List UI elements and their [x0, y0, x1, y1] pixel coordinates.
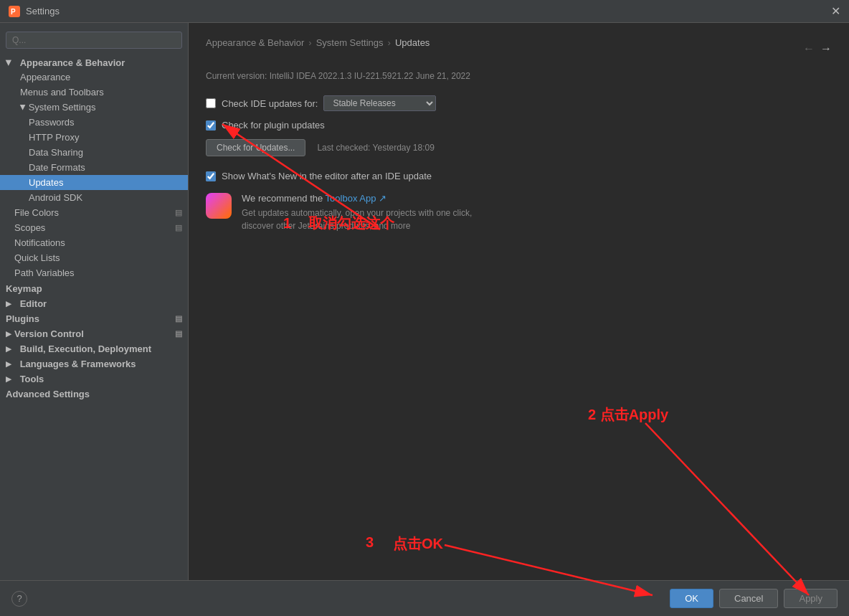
sidebar-item-tools[interactable]: ▶ Tools: [0, 371, 188, 386]
sidebar-item-keymap[interactable]: Keymap: [0, 280, 188, 295]
sidebar-item-label: Date Formats: [29, 162, 85, 173]
sidebar-item-label: Scopes: [14, 222, 45, 233]
sidebar-item-label: System Settings: [29, 102, 96, 113]
breadcrumb-sep1: ›: [308, 37, 311, 48]
update-channel-dropdown[interactable]: Stable Releases Early Access Program Bet…: [323, 95, 436, 111]
apply-button[interactable]: Apply: [784, 589, 838, 608]
sidebar-item-label: Appearance: [20, 72, 70, 82]
check-plugin-updates-label: Check for plugin updates: [222, 120, 325, 131]
sidebar-item-label: HTTP Proxy: [29, 132, 80, 143]
sidebar-item-http-proxy[interactable]: HTTP Proxy: [0, 130, 188, 145]
toolbox-title: We recommend the Toolbox App ↗: [242, 193, 472, 204]
expand-icon: ▶: [6, 345, 11, 353]
sidebar-item-label: Build, Execution, Deployment: [20, 343, 151, 354]
sidebar-item-file-colors[interactable]: File Colors ▤: [0, 205, 188, 220]
sidebar-item-label: Menus and Toolbars: [20, 87, 104, 98]
sidebar-item-label: Notifications: [14, 237, 65, 248]
help-button[interactable]: ?: [11, 591, 27, 607]
sidebar-item-label: File Colors: [14, 207, 59, 218]
toolbox-link[interactable]: Toolbox App ↗: [326, 193, 386, 204]
cancel-button[interactable]: Cancel: [719, 589, 778, 608]
sidebar-item-label: Quick Lists: [14, 252, 60, 263]
sidebar-item-version-control[interactable]: ▶ Version Control ▤: [0, 326, 188, 341]
check-plugin-updates-checkbox[interactable]: [206, 120, 216, 131]
sidebar-item-editor[interactable]: ▶ Editor: [0, 295, 188, 311]
sidebar-item-label: Data Sharing: [29, 147, 83, 158]
sidebar-item-date-formats[interactable]: Date Formats: [0, 160, 188, 175]
sidebar-item-quick-lists[interactable]: Quick Lists: [0, 250, 188, 265]
version-info: Current version: IntelliJ IDEA 2022.1.3 …: [206, 71, 832, 81]
close-button[interactable]: ✕: [831, 6, 840, 17]
sidebar-section-label: Appearance & Behavior: [20, 57, 125, 68]
sidebar-item-label: Path Variables: [14, 267, 75, 278]
sidebar-item-path-variables[interactable]: Path Variables: [0, 265, 188, 280]
expand-icon: ▶: [6, 300, 11, 308]
sidebar-item-appearance[interactable]: Appearance: [0, 70, 188, 85]
last-checked-text: Last checked: Yesterday 18:09: [317, 143, 434, 153]
sidebar-item-label: Passwords: [29, 117, 75, 128]
sidebar-item-advanced-settings[interactable]: Advanced Settings: [0, 386, 188, 401]
sidebar-item-passwords[interactable]: Passwords: [0, 115, 188, 130]
badge-icon: ▤: [175, 223, 182, 232]
sidebar-item-scopes[interactable]: Scopes ▤: [0, 220, 188, 235]
expand-icon: ▶: [19, 105, 27, 110]
breadcrumb-sep2: ›: [388, 37, 391, 48]
expand-icon: ▶: [6, 330, 11, 338]
whats-new-checkbox[interactable]: [206, 171, 216, 181]
sidebar-item-label: Keymap: [6, 283, 42, 294]
svg-text:P: P: [11, 8, 16, 16]
check-updates-row: Check for Updates... Last checked: Yeste…: [206, 139, 832, 156]
bottom-bar: ? OK Cancel Apply: [0, 580, 849, 616]
sidebar-item-notifications[interactable]: Notifications: [0, 235, 188, 250]
app-icon: P: [9, 6, 20, 17]
expand-icon: ▶: [5, 60, 13, 66]
sidebar-item-label: Languages & Frameworks: [20, 359, 136, 369]
toolbox-title-prefix: We recommend the: [242, 193, 326, 204]
breadcrumb-part3: Updates: [395, 37, 430, 48]
ok-button[interactable]: OK: [670, 589, 713, 608]
nav-back-button[interactable]: ←: [803, 42, 815, 55]
sidebar-item-label: Android SDK: [29, 192, 82, 203]
sidebar-item-label: Editor: [20, 298, 47, 309]
expand-icon: ▶: [6, 360, 11, 368]
check-ide-updates-label: Check IDE updates for:: [222, 98, 318, 109]
badge-icon: ▤: [175, 329, 182, 338]
sidebar-item-plugins[interactable]: Plugins ▤: [0, 311, 188, 326]
sidebar-item-menus-toolbars[interactable]: Menus and Toolbars: [0, 85, 188, 100]
sidebar-item-build[interactable]: ▶ Build, Execution, Deployment: [0, 341, 188, 356]
badge-icon: ▤: [175, 314, 182, 323]
breadcrumb: Appearance & Behavior › System Settings …: [206, 37, 430, 48]
check-ide-updates-row: Check IDE updates for: Stable Releases E…: [206, 95, 832, 111]
search-input[interactable]: [6, 32, 182, 49]
breadcrumb-part2: System Settings: [316, 37, 384, 48]
content-area: Appearance & Behavior › System Settings …: [189, 23, 849, 580]
check-updates-button[interactable]: Check for Updates...: [206, 139, 305, 156]
sidebar-section-appearance-behavior[interactable]: ▶ Appearance & Behavior: [0, 55, 188, 70]
expand-icon: ▶: [6, 375, 11, 383]
toolbox-desc: Get updates automatically, open your pro…: [242, 207, 472, 232]
sidebar-item-system-settings[interactable]: ▶ System Settings: [0, 100, 188, 115]
sidebar-item-languages[interactable]: ▶ Languages & Frameworks: [0, 356, 188, 371]
title-bar: P Settings ✕: [0, 0, 849, 23]
check-plugin-updates-row: Check for plugin updates: [206, 120, 832, 131]
sidebar-item-label: Plugins: [6, 313, 39, 324]
sidebar-item-updates[interactable]: Updates: [0, 175, 188, 190]
window-title: Settings: [26, 6, 60, 16]
toolbox-text: We recommend the Toolbox App ↗ Get updat…: [242, 193, 472, 232]
toolbox-icon: [206, 193, 232, 219]
sidebar-item-label: Tools: [20, 374, 44, 384]
sidebar-item-android-sdk[interactable]: Android SDK: [0, 190, 188, 205]
check-ide-updates-checkbox[interactable]: [206, 98, 216, 108]
nav-forward-button[interactable]: →: [820, 42, 832, 55]
sidebar-item-label: Advanced Settings: [6, 389, 90, 399]
sidebar-item-label: Version Control: [14, 328, 84, 339]
whats-new-label: Show What's New in the editor after an I…: [222, 171, 432, 181]
sidebar-item-label: Updates: [29, 177, 63, 188]
badge-icon: ▤: [175, 208, 182, 217]
sidebar-item-data-sharing[interactable]: Data Sharing: [0, 145, 188, 160]
breadcrumb-part1: Appearance & Behavior: [206, 37, 304, 48]
whats-new-row: Show What's New in the editor after an I…: [206, 171, 832, 181]
sidebar: ▶ Appearance & Behavior Appearance Menus…: [0, 23, 189, 580]
toolbox-recommendation: We recommend the Toolbox App ↗ Get updat…: [206, 193, 832, 232]
